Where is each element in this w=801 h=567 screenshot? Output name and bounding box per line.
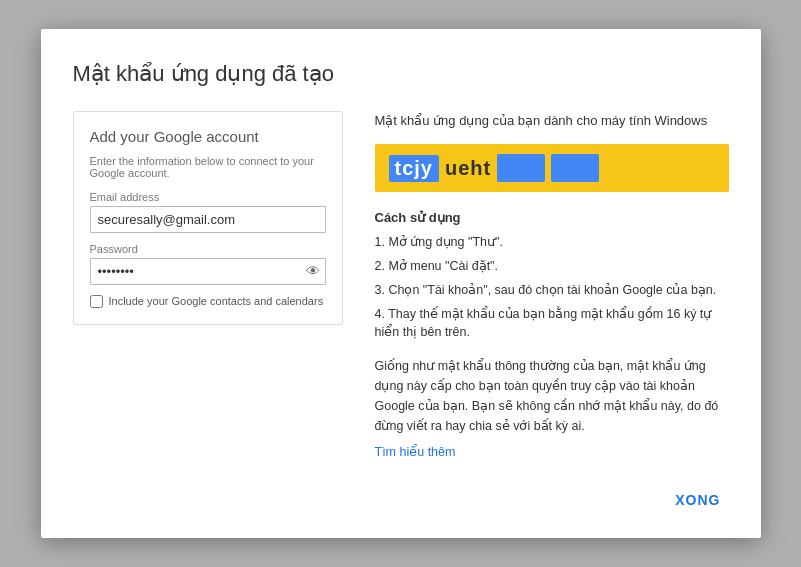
done-button[interactable]: XONG: [667, 486, 728, 514]
pw-segment-1: tcjy: [389, 155, 439, 182]
how-to-title: Cách sử dụng: [375, 210, 729, 225]
learn-more-link[interactable]: Tìm hiểu thêm: [375, 445, 456, 459]
pw-segment-2: ueht: [445, 157, 491, 180]
password-label: Password: [90, 243, 326, 255]
left-panel: Add your Google account Enter the inform…: [73, 111, 343, 460]
right-subtitle: Mật khẩu ứng dụng của bạn dành cho máy t…: [375, 111, 729, 131]
step-2: Mở menu "Cài đặt".: [375, 257, 729, 276]
dialog-title: Mật khẩu ứng dụng đã tạo: [73, 61, 729, 87]
add-account-box: Add your Google account Enter the inform…: [73, 111, 343, 325]
email-input[interactable]: [90, 206, 326, 233]
add-account-title: Add your Google account: [90, 128, 326, 145]
password-toggle-icon[interactable]: 👁: [306, 263, 320, 279]
step-1: Mở ứng dụng "Thư".: [375, 233, 729, 252]
note-text: Giống như mật khẩu thông thường của bạn,…: [375, 356, 729, 436]
app-password-display: tcjy ueht: [375, 144, 729, 192]
dialog-body: Add your Google account Enter the inform…: [73, 111, 729, 460]
right-panel: Mật khẩu ứng dụng của bạn dành cho máy t…: [375, 111, 729, 460]
step-3: Chọn "Tài khoản", sau đó chọn tài khoản …: [375, 281, 729, 300]
contacts-calendars-label: Include your Google contacts and calenda…: [109, 295, 324, 307]
contacts-calendars-row: Include your Google contacts and calenda…: [90, 295, 326, 308]
main-dialog: Mật khẩu ứng dụng đã tạo Add your Google…: [41, 29, 761, 538]
pw-segment-4: [551, 154, 599, 182]
password-field-wrapper: 👁: [90, 258, 326, 285]
pw-segment-3: [497, 154, 545, 182]
steps-list: Mở ứng dụng "Thư". Mở menu "Cài đặt". Ch…: [375, 233, 729, 342]
add-account-subtitle: Enter the information below to connect t…: [90, 155, 326, 179]
step-4: Thay thế mật khẩu của bạn bằng mật khẩu …: [375, 305, 729, 343]
contacts-calendars-checkbox[interactable]: [90, 295, 103, 308]
password-input[interactable]: [90, 258, 326, 285]
email-label: Email address: [90, 191, 326, 203]
dialog-footer: XONG: [73, 478, 729, 514]
